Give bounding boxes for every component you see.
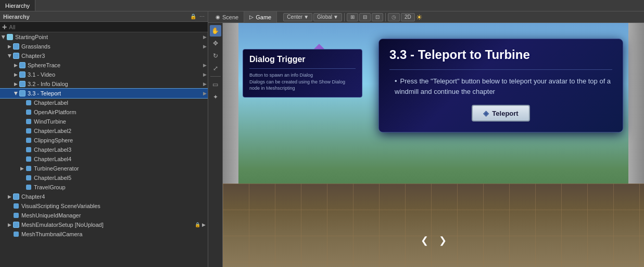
label-grasslands: Grasslands	[21, 43, 206, 50]
label-33: 3.3 - Teleport	[28, 90, 206, 96]
tree-item-cl4[interactable]: ChapterLabel4	[0, 154, 208, 164]
tree-item-31-video[interactable]: 3.1 - Video ▶	[0, 70, 208, 79]
arrow-me	[6, 220, 12, 229]
icon-grasslands	[12, 43, 20, 50]
label-ch4: Chapter4	[21, 193, 206, 200]
tool-scale[interactable]: ⤢	[210, 63, 221, 74]
tool-rotate[interactable]: ↻	[210, 50, 221, 62]
icon-tg	[25, 165, 32, 172]
tree-item-cl5[interactable]: ChapterLabel5	[0, 173, 208, 183]
scene-toolbar: ◉ Scene ▷ Game Center ▼ Global ▼ ⊞	[208, 11, 644, 23]
tree-item-33-teleport[interactable]: 3.3 - Teleport ▶	[0, 89, 208, 98]
scene-background: Dialog Trigger Button to spawn an info D…	[223, 23, 644, 267]
33-scroll-arrow: ▶	[203, 91, 207, 96]
center-btn[interactable]: Center ▼	[283, 13, 312, 21]
tree-item-starting-point[interactable]: StartingPoint ▶	[0, 32, 208, 42]
grid-btn1[interactable]: ⊞	[347, 13, 358, 21]
trigger-line1: Button to spawn an info Dialog	[249, 72, 313, 78]
scene-tab-scene[interactable]: ◉ Scene	[210, 11, 244, 23]
center-label: Center	[287, 14, 302, 20]
icon-cl	[25, 99, 32, 106]
tree-item-mesh-emulator[interactable]: MeshEmulatorSetup [NoUpload] 🔒 ▶	[0, 220, 208, 229]
right-arrow-icon[interactable]: ❯	[439, 235, 447, 246]
arrow-cl5	[19, 173, 25, 183]
tree-item-cl2[interactable]: ChapterLabel2	[0, 126, 208, 136]
tree-item-sphere-trace[interactable]: SphereTrace ▶	[0, 60, 208, 70]
arrow-chapter3	[6, 51, 12, 60]
global-btn[interactable]: Global ▼	[313, 13, 342, 21]
hierarchy-tab[interactable]: Hierarchy	[0, 0, 35, 11]
global-label: Global	[317, 14, 332, 20]
sun-icon: ☀	[416, 13, 423, 21]
arrow-vs	[6, 201, 12, 211]
add-icon[interactable]: +	[2, 22, 7, 32]
trigger-body: Button to spawn an info Dialog Dialogs c…	[249, 72, 356, 92]
label-tg: TurbineGenerator	[34, 165, 206, 172]
tree-item-turbine-gen[interactable]: TurbineGenerator	[0, 164, 208, 173]
icon-32	[19, 80, 26, 88]
tree-item-chapter4[interactable]: Chapter4	[0, 192, 208, 201]
search-input[interactable]	[9, 24, 206, 30]
grid-btn2[interactable]: ⊟	[359, 13, 371, 21]
hierarchy-tab-label: Hierarchy	[5, 3, 30, 9]
label-me: MeshEmulatorSetup [NoUpload]	[21, 222, 193, 228]
tree-item-travel-group[interactable]: TravelGroup	[0, 183, 208, 192]
arrow-wt	[19, 117, 25, 126]
label-cl2: ChapterLabel2	[34, 128, 206, 134]
tree-item-grasslands[interactable]: Grasslands ▶	[0, 42, 208, 51]
label-chapter3: Chapter3	[21, 53, 206, 59]
arrow-sphere	[12, 60, 19, 70]
global-arrow: ▼	[333, 14, 338, 20]
tool-move[interactable]: ✥	[210, 38, 221, 49]
trigger-line2: Dialogs can be created using the Show Di…	[249, 79, 345, 91]
menu-icon[interactable]: ⋯	[199, 14, 205, 19]
scene-tab-game[interactable]: ▷ Game	[244, 11, 277, 23]
tree-item-vs[interactable]: VisualScripting SceneVariables	[0, 201, 208, 211]
tool-hand[interactable]: ✋	[210, 25, 221, 37]
teleport-dialog-title: 3.3 - Teleport to Turbine	[389, 47, 612, 62]
nav-arrows: ❮ ❯	[421, 235, 447, 246]
label-cl5: ChapterLabel5	[34, 175, 206, 181]
scene-tools: ✋ ✥ ↻ ⤢ ▭ ✦	[208, 23, 223, 267]
tool-rect[interactable]: ▭	[210, 79, 221, 90]
arrow-muid	[6, 211, 12, 220]
grid-btn3[interactable]: ⊡	[372, 13, 383, 21]
scene-toolbar-group: Center ▼ Global ▼ ⊞ ⊟ ⊡ ◷ 2D ☀	[283, 13, 423, 21]
tree-item-open-air[interactable]: OpenAirPlatform	[0, 107, 208, 117]
arrow-grasslands	[6, 42, 12, 51]
icon-cl4	[25, 155, 32, 163]
tree-item-mesh-thumbnail[interactable]: MeshThumbnailCamera	[0, 229, 208, 239]
toggle-3d[interactable]: ◷	[388, 13, 400, 21]
tree-item-32-info-dialog[interactable]: 3.2 - Info Dialog ▶	[0, 79, 208, 89]
arrow-33	[12, 89, 19, 98]
wall-left	[223, 23, 238, 184]
icon-33	[19, 90, 26, 97]
arrow-cl3	[19, 145, 25, 154]
tree-item-wind-turbine[interactable]: WindTurbine	[0, 117, 208, 126]
arrow-oap	[19, 107, 25, 117]
search-bar: +	[0, 22, 208, 32]
tree-item-mesh-uid[interactable]: MeshUniqueIdManager	[0, 211, 208, 220]
scene-tab-label: Scene	[222, 14, 238, 20]
left-arrow-icon[interactable]: ❮	[421, 235, 428, 246]
31-arrow: ▶	[203, 72, 207, 77]
tree-item-cl3[interactable]: ChapterLabel3	[0, 145, 208, 154]
teleport-button[interactable]: ◈ Teleport	[472, 105, 529, 122]
tool-transform[interactable]: ✦	[210, 91, 221, 103]
label-cl: ChapterLabel	[34, 100, 206, 106]
32-arrow: ▶	[203, 81, 207, 87]
me-icons: 🔒 ▶	[195, 222, 206, 227]
tree-item-chapter3[interactable]: Chapter3	[0, 51, 208, 60]
btn-2d[interactable]: 2D	[401, 13, 415, 21]
icon-travel	[25, 184, 32, 191]
trigger-dialog: Dialog Trigger Button to spawn an info D…	[243, 49, 362, 98]
lock-icon[interactable]: 🔒	[190, 14, 196, 19]
icon-vs	[12, 202, 20, 210]
label-travel: TravelGroup	[34, 184, 206, 190]
toolbar-sep2	[385, 13, 386, 21]
tree-item-clipping[interactable]: ClippingSphere	[0, 136, 208, 145]
tree-item-chapter-label[interactable]: ChapterLabel	[0, 98, 208, 107]
teleport-btn-wrapper: ◈ Teleport	[389, 105, 612, 122]
center-arrow: ▼	[304, 14, 309, 20]
arrow-ch4	[6, 192, 12, 201]
